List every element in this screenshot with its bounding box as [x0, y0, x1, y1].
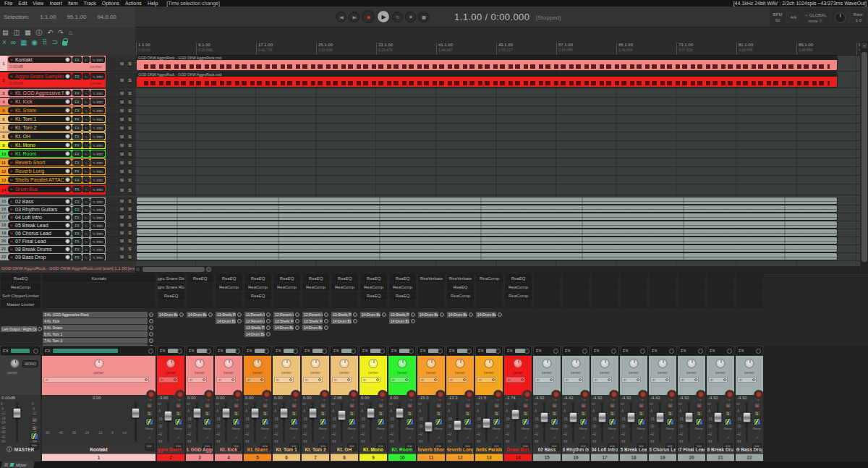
midi-item-track-20[interactable]: [137, 237, 837, 244]
pan-knob[interactable]: [398, 359, 407, 368]
mute-button[interactable]: M: [119, 125, 125, 131]
send-slot[interactable]: 14:Drum Bus: [389, 318, 409, 324]
record-arm-icon[interactable]: [9, 224, 14, 228]
track-body[interactable]: 03 Rhythm GuitarsFX∿∿ trim: [7, 205, 106, 213]
solo-button[interactable]: S: [127, 108, 133, 114]
rate-box[interactable]: Rate: 1.0: [850, 8, 867, 27]
volume-fader-cap[interactable]: [425, 422, 433, 432]
mute-button[interactable]: M: [493, 402, 501, 409]
fx-slot[interactable]: [650, 283, 676, 291]
time-selection-box[interactable]: Selection: 1.1.00 95.1.00 94.0.00: [0, 7, 135, 27]
solo-button[interactable]: S: [127, 134, 133, 140]
master-fader[interactable]: [16, 402, 18, 442]
trim-envelope-button[interactable]: ∿ trim: [90, 159, 105, 166]
grid-snap-icon[interactable]: ⠿: [42, 38, 47, 46]
tcp-track-2[interactable]: 2Aggro Snare SamplesFX∿∿ trim0.00dBcente…: [0, 72, 135, 88]
fx-slot[interactable]: [621, 274, 647, 282]
midi-item-track-22[interactable]: [137, 253, 837, 260]
arrange-lane-10[interactable]: [135, 150, 860, 158]
mute-button[interactable]: M: [233, 402, 240, 409]
mute-button[interactable]: M: [407, 402, 414, 409]
arrange-lane-22[interactable]: [135, 253, 860, 261]
solo-button[interactable]: S: [464, 410, 472, 417]
fx-bar-knob[interactable]: [756, 349, 761, 354]
tcp-track-20[interactable]: 2007 Final LeadFX∿∿ trimMS: [0, 237, 135, 245]
fx-slot[interactable]: [736, 283, 763, 291]
route-icon[interactable]: [435, 418, 443, 425]
fx-slot[interactable]: ReaEQ: [1, 274, 41, 282]
volume-fader-cap[interactable]: [627, 412, 635, 422]
gear-icon[interactable]: [819, 19, 822, 22]
input-selector[interactable]: in: [332, 377, 352, 383]
input-menu-icon[interactable]: [260, 378, 263, 381]
tcp-track-15[interactable]: 1502 BassFX∿∿ trimMS: [0, 197, 135, 205]
solo-button[interactable]: S: [725, 410, 732, 417]
new-project-icon[interactable]: ▤: [2, 29, 9, 36]
volume-fader[interactable]: [399, 402, 401, 442]
mute-button[interactable]: M: [696, 402, 703, 409]
pan-knob[interactable]: [600, 359, 610, 368]
tcp-track-12[interactable]: 12Reverb LongFX∿∿ trimMS: [0, 167, 135, 176]
tcp-track-22[interactable]: 2209 Bass DropFX∿∿ trimMS: [0, 253, 135, 261]
record-arm-icon[interactable]: [9, 239, 14, 244]
fx-slot[interactable]: [273, 300, 300, 308]
fx-button[interactable]: FX: [72, 116, 81, 122]
rate-value[interactable]: 1.0: [856, 18, 861, 22]
record-arm-button[interactable]: [696, 390, 706, 400]
fx-slot[interactable]: [534, 292, 561, 299]
envelope-button[interactable]: ∿: [82, 230, 90, 237]
master-output-slot[interactable]: Left Output / Right Out: [1, 326, 37, 332]
fx-slot[interactable]: [43, 300, 156, 308]
bpm-box[interactable]: BPM 92: [770, 8, 786, 27]
send-slot[interactable]: 14:Drum Bus: [447, 312, 467, 318]
pan-knob[interactable]: [282, 359, 292, 368]
solo-button[interactable]: S: [127, 187, 133, 193]
selection-end[interactable]: 95.1.00: [67, 14, 86, 20]
strip-fx-bar[interactable]: FX: [216, 346, 242, 355]
volume-fader[interactable]: [370, 402, 372, 442]
envelope-button[interactable]: ∿: [82, 254, 90, 260]
track-body[interactable]: KontaktFX∿∿ trim0.00dBcenter: [7, 56, 106, 71]
strip-fx-bar[interactable]: FX: [678, 346, 705, 355]
send-knob[interactable]: [149, 332, 153, 336]
info-icon[interactable]: i: [7, 446, 12, 452]
gear-icon[interactable]: [697, 435, 702, 441]
mixer-strip-16[interactable]: FXcenterin-4.42inf-6-18-30-42-54MSRoutet…: [562, 346, 590, 461]
pan-knob[interactable]: [340, 359, 349, 368]
master-pan-knob[interactable]: [10, 359, 20, 368]
track-body[interactable]: Reverb ShortFX∿∿ trim: [7, 158, 106, 166]
send-knob[interactable]: [411, 312, 415, 317]
envelope-button[interactable]: ∿: [82, 222, 90, 229]
solo-button[interactable]: S: [667, 410, 674, 417]
volume-fader[interactable]: [135, 402, 137, 442]
record-arm-button[interactable]: [638, 390, 648, 400]
track-name-box[interactable]: 04 Lofi Intro: [8, 214, 72, 221]
arrange-lane-15[interactable]: [135, 197, 860, 205]
mixer-strip-5[interactable]: FXcenterin0.00inf-6-18-30-42-54MSRoutetr…: [244, 346, 272, 461]
menu-options[interactable]: Options: [99, 0, 122, 7]
fx-slot[interactable]: [707, 274, 734, 282]
midi-item-track-16[interactable]: [137, 205, 837, 212]
record-arm-button[interactable]: [493, 390, 503, 400]
send-knob[interactable]: [324, 319, 328, 323]
envelope-button[interactable]: ∿: [82, 198, 90, 205]
strip-fx-bar[interactable]: FX: [476, 346, 502, 355]
envelope-button[interactable]: ∿: [82, 176, 90, 183]
fx-button[interactable]: FX: [72, 198, 81, 205]
input-selector[interactable]: in: [621, 377, 641, 383]
input-selector[interactable]: in: [448, 377, 467, 383]
arrange-lane-21[interactable]: [135, 245, 860, 253]
fx-slot[interactable]: [592, 283, 618, 291]
fx-slot[interactable]: ReaComp: [505, 283, 532, 291]
volume-fader[interactable]: [254, 402, 256, 442]
route-icon[interactable]: [608, 418, 616, 425]
strip-fx-bar[interactable]: FX: [650, 346, 676, 355]
volume-fader[interactable]: [312, 402, 314, 442]
input-selector[interactable]: in: [43, 377, 149, 383]
pan-knob[interactable]: [687, 359, 697, 368]
fx-bar-knob[interactable]: [33, 349, 38, 354]
solo-button[interactable]: S: [127, 206, 133, 212]
fx-bar-knob[interactable]: [611, 349, 616, 354]
record-arm-button[interactable]: [349, 390, 359, 400]
route-icon[interactable]: [666, 418, 674, 425]
